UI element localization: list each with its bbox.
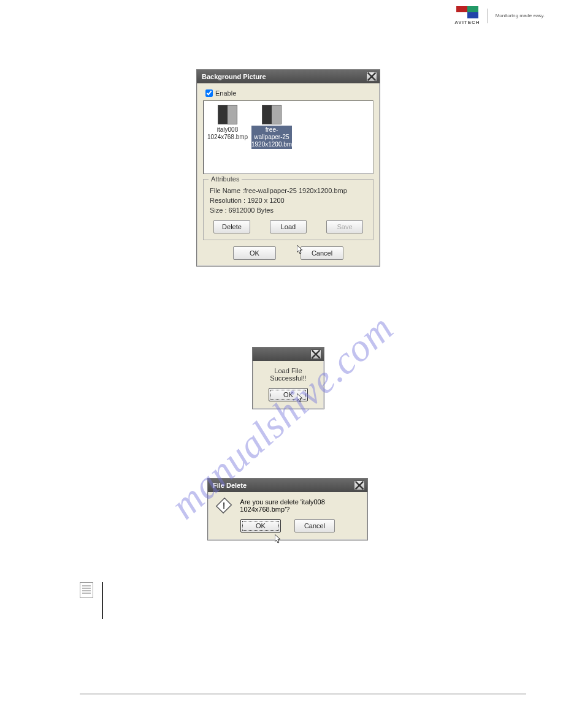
warning-row: Are you sure delete 'italy008 1024x768.b… bbox=[208, 492, 367, 519]
load-success-dialog: Load File Successful!! OK bbox=[252, 347, 324, 409]
logo-squares bbox=[456, 6, 478, 18]
thumbnail-list[interactable]: italy008 1024x768.bmp free-wallpaper-25 … bbox=[203, 100, 373, 174]
logo-red bbox=[456, 6, 467, 12]
load-success-message: Load File Successful!! bbox=[261, 367, 315, 382]
enable-label: Enable bbox=[215, 89, 236, 97]
title-bar[interactable]: File Delete bbox=[208, 479, 367, 492]
brand-logo: AVITECH bbox=[454, 6, 480, 25]
thumbnail-item[interactable]: italy008 1024x768.bmp bbox=[207, 105, 248, 142]
ok-button[interactable]: OK bbox=[240, 519, 281, 533]
logo-blue bbox=[467, 12, 478, 18]
save-button: Save bbox=[326, 220, 363, 233]
brand-name: AVITECH bbox=[454, 20, 480, 25]
thumbnail-label: free-wallpaper-25 1920x1200.bmp bbox=[251, 126, 292, 149]
enable-checkbox[interactable] bbox=[205, 89, 213, 97]
dialog-body: Enable italy008 1024x768.bmp free-wallpa… bbox=[197, 83, 380, 266]
note-block bbox=[80, 582, 103, 619]
attributes-legend: Attributes bbox=[209, 175, 242, 183]
close-icon[interactable] bbox=[354, 480, 365, 490]
cancel-button[interactable]: Cancel bbox=[301, 246, 343, 260]
close-icon[interactable] bbox=[310, 349, 321, 359]
file-delete-dialog: File Delete Are you sure delete 'italy00… bbox=[207, 478, 368, 540]
msgbox-button-row: OK Cancel bbox=[208, 519, 367, 540]
msgbox-button-row: OK bbox=[261, 388, 315, 401]
thumbnail-item[interactable]: free-wallpaper-25 1920x1200.bmp bbox=[251, 105, 292, 149]
page-rule bbox=[80, 694, 526, 694]
attr-size: Size : 6912000 Bytes bbox=[210, 207, 367, 214]
attr-filename: File Name :free-wallpaper-25 1920x1200.b… bbox=[210, 187, 367, 194]
image-thumb-icon bbox=[218, 105, 237, 124]
load-button[interactable]: Load bbox=[270, 220, 307, 233]
msgbox-body: Load File Successful!! OK bbox=[253, 361, 324, 409]
cancel-button[interactable]: Cancel bbox=[294, 519, 335, 533]
close-icon[interactable] bbox=[366, 72, 377, 82]
file-delete-message: Are you sure delete 'italy008 1024x768.b… bbox=[240, 498, 359, 513]
note-divider bbox=[102, 582, 103, 619]
logo-green bbox=[467, 6, 478, 12]
image-thumb-icon bbox=[262, 105, 282, 124]
warning-icon bbox=[216, 497, 231, 514]
ok-button[interactable]: OK bbox=[233, 246, 276, 260]
attr-resolution: Resolution : 1920 x 1200 bbox=[210, 197, 367, 204]
delete-button[interactable]: Delete bbox=[213, 220, 250, 233]
thumbnail-label: italy008 1024x768.bmp bbox=[207, 126, 248, 142]
brand-tagline: Monitoring made easy. bbox=[496, 13, 545, 18]
header-divider bbox=[488, 9, 488, 23]
dialog-title: File Delete bbox=[213, 482, 247, 489]
ok-button[interactable]: OK bbox=[269, 388, 308, 401]
enable-row: Enable bbox=[205, 89, 373, 97]
title-bar[interactable]: Background Picture bbox=[197, 70, 380, 83]
ok-cancel-row: OK Cancel bbox=[203, 246, 373, 260]
note-icon bbox=[80, 582, 93, 598]
title-bar[interactable] bbox=[253, 347, 324, 361]
attributes-fieldset: Attributes File Name :free-wallpaper-25 … bbox=[203, 179, 373, 240]
background-picture-dialog: Background Picture Enable italy008 1024x… bbox=[196, 69, 380, 267]
attr-button-row: Delete Load Save bbox=[210, 220, 367, 233]
page-header: AVITECH Monitoring made easy. bbox=[454, 6, 545, 25]
dialog-title: Background Picture bbox=[202, 73, 266, 80]
msgbox-body: Are you sure delete 'italy008 1024x768.b… bbox=[208, 492, 367, 540]
